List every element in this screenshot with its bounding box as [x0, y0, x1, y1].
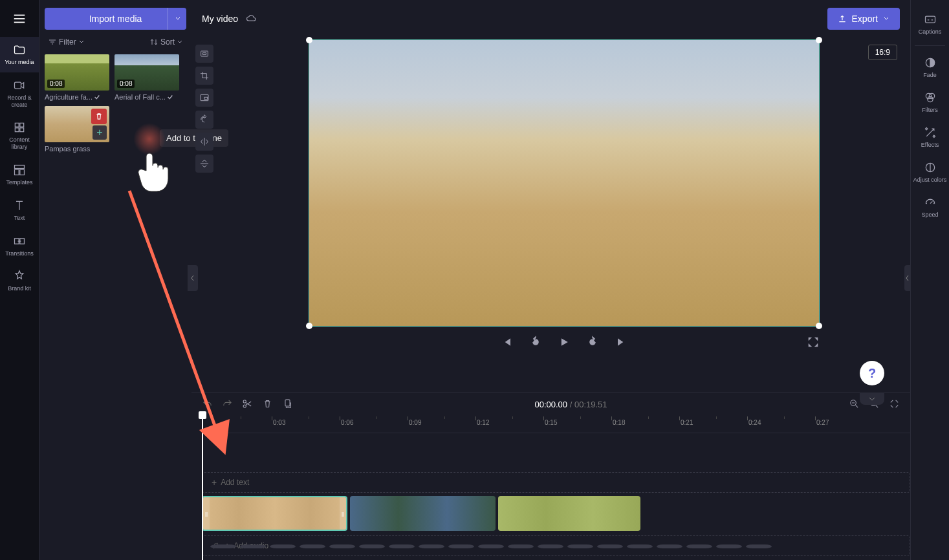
delete-icon[interactable]: [91, 109, 107, 124]
effects-button[interactable]: Effects: [911, 121, 949, 153]
zoom-fit-button[interactable]: [889, 398, 900, 411]
nav-label: Your media: [5, 59, 34, 66]
split-button[interactable]: [242, 398, 253, 411]
text-track[interactable]: +Add text: [202, 472, 910, 493]
preview-canvas[interactable]: [309, 39, 820, 327]
sort-button[interactable]: Sort: [150, 38, 182, 47]
flip-h-tool[interactable]: [195, 133, 213, 151]
nav-templates[interactable]: Templates: [0, 157, 39, 193]
fullscreen-button[interactable]: [807, 336, 820, 349]
skip-end-button[interactable]: [615, 336, 627, 349]
playhead[interactable]: [202, 416, 203, 560]
timeline-ruler[interactable]: 0:030:060:090:120:150:180:210:240:27: [202, 416, 910, 433]
collapse-right-button[interactable]: [904, 265, 911, 291]
resize-handle[interactable]: [816, 323, 822, 329]
pip-tool[interactable]: [195, 89, 213, 107]
flip-v-tool[interactable]: [195, 155, 213, 173]
media-item[interactable]: + Pampas grass: [45, 106, 109, 153]
zoom-out-button[interactable]: [849, 398, 860, 411]
resize-handle[interactable]: [306, 323, 312, 329]
nav-label: Record & create: [1, 94, 38, 109]
skip-start-button[interactable]: [501, 336, 514, 349]
ruler-tick: 0:18: [613, 419, 625, 426]
forward-button[interactable]: 5: [586, 336, 599, 349]
resize-handle[interactable]: [816, 37, 822, 43]
total-time: 00:19.51: [574, 400, 607, 409]
collapse-preview-button[interactable]: [860, 393, 884, 405]
play-button[interactable]: [558, 336, 571, 349]
ruler-tick: 0:03: [273, 419, 285, 426]
timeline-clip[interactable]: [350, 496, 496, 531]
nav-label: Brand kit: [8, 285, 31, 292]
adjust-colors-button[interactable]: Adjust colors: [911, 156, 949, 188]
video-track[interactable]: ||||: [202, 497, 910, 532]
playback-controls: 5 5: [309, 336, 820, 349]
media-thumbnail[interactable]: +: [45, 106, 109, 142]
svg-rect-10: [20, 169, 25, 175]
current-time: 00:00.00: [534, 400, 567, 409]
filters-button[interactable]: Filters: [911, 86, 949, 118]
left-nav-rail: Your media Record & create Content libra…: [0, 0, 39, 560]
timeline-clip[interactable]: ||||: [202, 496, 347, 531]
media-item[interactable]: 0:08 Agriculture fa...: [45, 54, 109, 101]
canvas-tools: [191, 37, 217, 392]
rewind-button[interactable]: 5: [529, 336, 542, 349]
svg-rect-8: [15, 165, 25, 168]
timeline-toolbar: 00:00.00 / 00:19.51: [191, 392, 910, 416]
clip-grip[interactable]: ||: [340, 497, 346, 530]
track-label: Add text: [221, 478, 249, 487]
nav-record[interactable]: Record & create: [0, 72, 39, 115]
speed-button[interactable]: Speed: [911, 191, 949, 223]
add-to-timeline-button[interactable]: +: [93, 125, 107, 140]
media-thumbnail[interactable]: 0:08: [45, 54, 109, 91]
chevron-down-icon[interactable]: [168, 8, 181, 30]
svg-rect-16: [201, 51, 208, 56]
cloud-sync-icon[interactable]: [246, 13, 257, 25]
fit-tool[interactable]: [195, 45, 213, 63]
aspect-ratio-button[interactable]: 16:9: [868, 45, 897, 60]
import-label: Import media: [89, 14, 142, 24]
nav-brand[interactable]: Brand kit: [0, 263, 39, 299]
nav-label: Templates: [6, 179, 32, 186]
media-panel: Import media Filter Sort 0:08 Agricultur…: [39, 0, 191, 560]
ruler-tick: 0:06: [341, 419, 353, 426]
audio-waveform-placeholder: [210, 541, 902, 552]
svg-rect-5: [20, 124, 24, 127]
media-thumbnail[interactable]: 0:08: [115, 54, 179, 91]
ruler-tick: 0:15: [545, 419, 557, 426]
redo-button[interactable]: [222, 398, 233, 411]
captions-button[interactable]: Captions: [911, 8, 949, 40]
nav-your-media[interactable]: Your media: [0, 37, 39, 72]
timeline-clip[interactable]: [498, 496, 640, 531]
resize-handle[interactable]: [306, 37, 312, 43]
svg-rect-23: [285, 400, 290, 406]
help-button[interactable]: ?: [860, 361, 884, 385]
media-item[interactable]: 0:08 Aerial of Fall c...: [115, 54, 179, 101]
nav-label: Content library: [1, 136, 38, 151]
media-name: Pampas grass: [45, 145, 90, 153]
undo-button[interactable]: [202, 398, 213, 411]
project-name[interactable]: My video: [202, 14, 238, 24]
timecode: 00:00.00 / 00:19.51: [302, 400, 840, 409]
fade-button[interactable]: Fade: [911, 51, 949, 83]
crop-tool[interactable]: [195, 67, 213, 85]
nav-library[interactable]: Content library: [0, 114, 39, 157]
nav-text[interactable]: Text: [0, 193, 39, 228]
rotate-tool[interactable]: [195, 111, 213, 129]
main-area: My video Export 5: [191, 0, 910, 560]
svg-text:5: 5: [591, 340, 593, 345]
svg-text:5: 5: [534, 340, 536, 345]
svg-rect-4: [15, 124, 19, 127]
filter-button[interactable]: Filter: [49, 38, 84, 47]
svg-rect-9: [15, 169, 19, 175]
clip-grip[interactable]: ||: [203, 497, 210, 530]
export-button[interactable]: Export: [827, 8, 900, 30]
ruler-tick: 0:21: [681, 419, 693, 426]
import-media-button[interactable]: Import media: [45, 8, 186, 30]
menu-button[interactable]: [0, 0, 39, 37]
duplicate-button[interactable]: [282, 398, 293, 411]
audio-track[interactable]: +Add audio: [202, 535, 910, 556]
svg-rect-3: [15, 82, 21, 89]
nav-transitions[interactable]: Transitions: [0, 228, 39, 264]
delete-button[interactable]: [262, 398, 273, 411]
